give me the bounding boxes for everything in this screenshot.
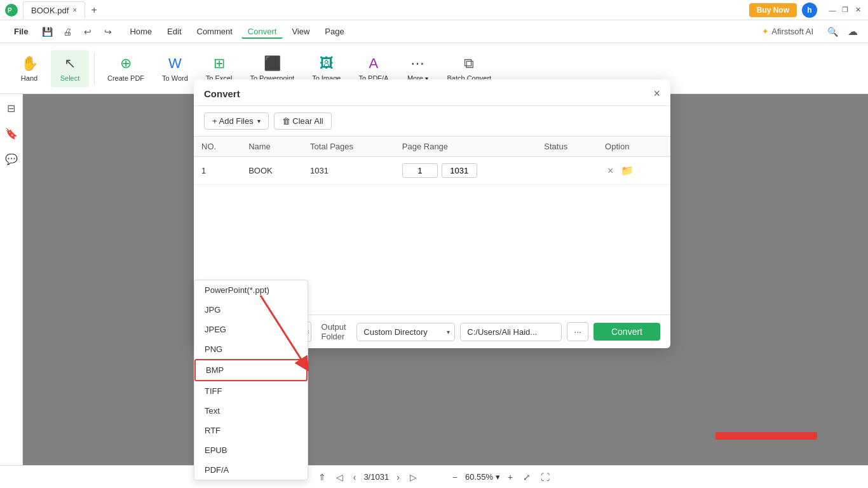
restore-button[interactable]: ❐: [840, 5, 850, 15]
convert-button[interactable]: Convert: [593, 323, 660, 341]
pdfa-icon: A: [369, 55, 379, 72]
window-controls: — ❐ ✕: [827, 5, 863, 15]
to-word-label: To Word: [162, 74, 188, 82]
image-icon: 🖼: [320, 55, 334, 72]
clear-all-button[interactable]: 🗑 Clear All: [274, 112, 332, 130]
page-back-button[interactable]: ‹: [351, 471, 359, 484]
next-page-button[interactable]: ▷: [407, 471, 419, 484]
zoom-out-button[interactable]: −: [450, 471, 460, 484]
create-pdf-label: Create PDF: [107, 74, 144, 82]
afirstsoft-label: Afirstsoft AI: [771, 27, 813, 36]
dropdown-item-png[interactable]: PNG: [194, 339, 308, 359]
page-forward-button[interactable]: ›: [394, 471, 402, 484]
star-icon: ✦: [762, 27, 769, 36]
title-bar-right: Buy Now h — ❐ ✕: [749, 3, 863, 18]
row-option: × 📁: [597, 157, 670, 185]
sidebar-comment-icon[interactable]: 💬: [3, 150, 20, 168]
browse-button[interactable]: ···: [567, 322, 588, 341]
excel-icon: ⊞: [214, 55, 225, 72]
add-files-button[interactable]: + Add Files ▾: [204, 112, 269, 130]
zoom-in-button[interactable]: +: [505, 471, 515, 484]
left-sidebar: ⊟ 🔖 💬: [0, 94, 23, 465]
row-name: BOOK: [241, 157, 302, 185]
add-files-label: + Add Files: [212, 116, 254, 126]
new-tab-button[interactable]: +: [86, 3, 102, 18]
svg-text:P: P: [8, 7, 12, 14]
dropdown-item-jpeg[interactable]: JPEG: [194, 320, 308, 339]
hand-tool-button[interactable]: ✋ Hand: [10, 50, 48, 87]
undo-icon[interactable]: ↩: [80, 24, 95, 39]
save-icon[interactable]: 💾: [39, 24, 55, 39]
menu-quick-icons: 💾 🖨 ↩ ↪: [39, 24, 116, 39]
dropdown-item-epub[interactable]: EPUB: [194, 440, 308, 460]
app-logo: P: [5, 4, 18, 17]
clear-all-label: 🗑 Clear All: [282, 116, 323, 126]
title-bar: P BOOK.pdf × + Buy Now h — ❐ ✕: [0, 0, 868, 20]
files-table: NO. Name Total Pages Page Range Status O…: [194, 137, 670, 185]
buy-now-button[interactable]: Buy Now: [749, 3, 797, 17]
table-body: 1 BOOK 1031 × 📁: [194, 157, 670, 185]
select-tool-button[interactable]: ↖ Select: [51, 50, 89, 87]
col-page-range: Page Range: [395, 137, 537, 157]
dropdown-item-text[interactable]: Text: [194, 401, 308, 421]
row-page-range: [395, 157, 537, 185]
row-status: [536, 157, 597, 185]
dropdown-item-rtf[interactable]: RTF: [194, 421, 308, 440]
convert-menu[interactable]: Convert: [241, 24, 283, 39]
close-window-button[interactable]: ✕: [853, 5, 863, 15]
pdf-red-bar: [715, 432, 817, 440]
zoom-display: 60.55% ▾: [465, 472, 500, 482]
hand-icon: ✋: [21, 55, 38, 72]
dialog-close-button[interactable]: ×: [653, 87, 660, 100]
active-tab[interactable]: BOOK.pdf ×: [23, 1, 85, 19]
page-menu[interactable]: Page: [318, 24, 350, 39]
first-page-button[interactable]: ⇑: [316, 471, 329, 484]
minimize-button[interactable]: —: [827, 5, 837, 15]
row-total-pages: 1031: [302, 157, 395, 185]
sidebar-bookmark-icon[interactable]: 🔖: [3, 125, 20, 142]
dropdown-item-powerpoint[interactable]: PowerPoint(*.ppt): [194, 280, 308, 300]
dialog-header: Convert ×: [194, 79, 670, 106]
create-pdf-button[interactable]: ⊕ Create PDF: [100, 50, 152, 87]
directory-select[interactable]: Custom Directory Same as source file: [356, 323, 455, 341]
sidebar-thumbnail-icon[interactable]: ⊟: [3, 99, 20, 117]
format-dropdown: PowerPoint(*.ppt) JPG JPEG PNG BMP TIFF …: [194, 280, 308, 480]
title-bar-left: P BOOK.pdf × +: [5, 1, 102, 19]
to-word-button[interactable]: W To Word: [154, 50, 196, 87]
file-menu[interactable]: File: [8, 24, 34, 39]
output-path-input[interactable]: [460, 323, 562, 341]
view-menu[interactable]: View: [285, 24, 316, 39]
dropdown-item-bmp[interactable]: BMP: [194, 359, 308, 381]
menu-bar: File 💾 🖨 ↩ ↪ Home Edit Comment Convert V…: [0, 20, 868, 43]
dropdown-item-jpg[interactable]: JPG: [194, 300, 308, 320]
more-icon: ⋯: [410, 55, 424, 72]
comment-menu[interactable]: Comment: [191, 24, 239, 39]
col-total-pages: Total Pages: [302, 137, 395, 157]
batch-convert-icon: ⧉: [464, 55, 474, 72]
table-header-row: NO. Name Total Pages Page Range Status O…: [194, 137, 670, 157]
afirstsoft-ai-button[interactable]: ✦ Afirstsoft AI: [756, 25, 820, 38]
user-avatar[interactable]: h: [802, 3, 817, 18]
dropdown-item-pdfa[interactable]: PDF/A: [194, 460, 308, 480]
prev-page-button[interactable]: ◁: [334, 471, 346, 484]
row-delete-button[interactable]: ×: [607, 165, 613, 176]
dropdown-item-tiff[interactable]: TIFF: [194, 381, 308, 401]
row-no: 1: [194, 157, 241, 185]
row-folder-button[interactable]: 📁: [621, 165, 634, 176]
fullscreen-button[interactable]: ⛶: [538, 471, 552, 484]
search-icon[interactable]: 🔍: [825, 24, 840, 39]
zoom-dropdown-arrow[interactable]: ▾: [496, 472, 500, 482]
fit-page-button[interactable]: ⤢: [520, 471, 533, 484]
tab-close-button[interactable]: ×: [72, 6, 77, 15]
page-to-input[interactable]: [442, 163, 477, 178]
cloud-icon[interactable]: ☁: [845, 24, 860, 39]
redo-icon[interactable]: ↪: [100, 24, 116, 39]
powerpoint-icon: ⬛: [264, 55, 281, 72]
table-row: 1 BOOK 1031 × 📁: [194, 157, 670, 185]
dialog-toolbar: + Add Files ▾ 🗑 Clear All: [194, 106, 670, 137]
print-icon[interactable]: 🖨: [60, 24, 75, 39]
edit-menu[interactable]: Edit: [161, 24, 187, 39]
hand-tool-label: Hand: [21, 74, 37, 82]
home-menu[interactable]: Home: [123, 24, 158, 39]
page-from-input[interactable]: [402, 163, 438, 178]
